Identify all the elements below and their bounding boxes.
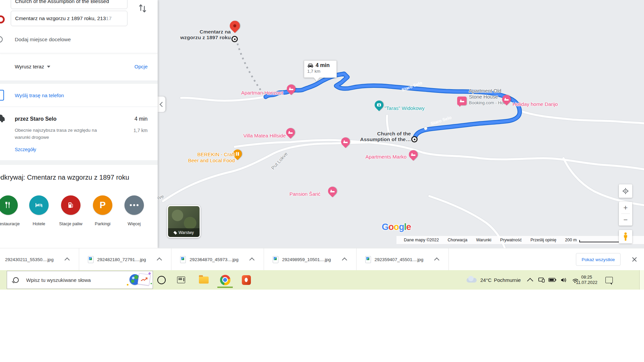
folder-icon [199,277,209,284]
walking-dashed-path [237,44,264,95]
weather-condition: Pochmurnie [494,277,521,283]
category-gas-stations[interactable]: Stacje paliw [55,195,86,226]
route-details-link[interactable]: Szczegóły [15,147,36,152]
route-time-tooltip[interactable]: 4 min 1,7 km [304,60,337,78]
my-location-icon [622,188,629,194]
category-more[interactable]: Więcej [119,195,150,226]
pegman-icon [623,232,628,241]
car-icon [307,63,314,68]
terms-link[interactable]: Warunki [476,238,491,242]
map-attribution-bar: Dane mapy ©2022 Chorwacja Warunki Prywat… [396,236,644,244]
image-file-icon [273,256,278,263]
swap-origin-destination-icon[interactable] [138,3,147,13]
download-item[interactable]: 292359407_45501....jpg [357,248,449,270]
action-center-button[interactable] [602,270,616,290]
apartments-marko-label[interactable]: Apartments Marko [356,154,407,160]
pansion-saric-label[interactable]: Pansion Šarić [289,191,321,197]
directions-panel: Church of the Assumption of the Blessed … [0,0,158,248]
options-button[interactable]: Opcje [135,64,148,69]
task-view-icon [177,277,185,283]
search-placeholder: Wpisz tu wyszukiwane słowa [26,277,91,283]
hotel-icon [35,201,43,209]
church-map-label[interactable]: Church of the Assumption of the… [359,131,411,142]
add-destination-button[interactable]: Dodaj miejsce docelowe [15,37,71,43]
download-menu-chevron-icon[interactable] [249,257,255,263]
taras-widokowy-label[interactable]: "Taras" Widokowy [384,105,425,111]
download-menu-chevron-icon[interactable] [157,257,162,263]
collapse-panel-button[interactable] [158,97,165,112]
taskbar-search-input[interactable]: Wpisz tu wyszukiwane słowa [7,271,153,289]
cast-tray-icon[interactable] [536,270,547,290]
origin-bullseye-icon[interactable] [411,136,418,142]
route-duration: 4 min [135,116,148,122]
google-logo[interactable]: Google [382,222,411,232]
villa-matea-label[interactable]: Villa Matea Hillside [235,133,286,138]
booking-hotel-badge-icon[interactable] [457,97,467,105]
berekin-label[interactable]: BEREKIN - Craft Beer and Local Food [171,152,235,164]
zoom-in-button[interactable]: + [619,202,632,214]
holiday-home-darijo-label[interactable]: Holiday home Darijo [513,101,558,107]
clock-date: 11.07.2022 [576,280,597,285]
weather-text[interactable]: 24°C Pochmurnie [480,270,521,290]
battery-tray-icon[interactable] [547,270,558,290]
destination-bullseye-icon[interactable] [231,36,238,42]
download-item[interactable]: 292498959_10501....jpg [264,248,356,270]
tooltip-distance: 1,7 km [307,69,333,74]
parking-icon: P [100,200,106,210]
chevron-up-icon [527,278,533,284]
send-to-phone-icon [0,90,4,101]
layers-button[interactable]: Warstwy [167,205,201,238]
my-location-button[interactable] [619,184,632,198]
more-icon [130,204,139,206]
category-parking[interactable]: P Parkingi [87,195,118,226]
destination-input[interactable]: Cmentarz na wzgorzu z 1897 roku, 21317 [11,11,127,26]
news-widget-icon[interactable] [129,274,150,285]
download-item[interactable]: 292430211_55350....jpg [0,248,79,270]
route-via-label[interactable]: przez Staro Selo [15,116,56,122]
pegman-button[interactable] [619,230,632,243]
destination-map-label[interactable]: Cmentarz na wzgorzu z 1897 roku [171,29,231,40]
map-canvas[interactable]: Staro Selo Staro Selo Put Lokve kve Cmen… [158,0,644,248]
hidden-icons-button[interactable] [524,270,536,290]
feedback-link[interactable]: Prześlij opinię [530,238,556,242]
notification-icon [605,277,613,283]
cortana-button[interactable] [154,270,168,290]
volume-tray-icon[interactable] [558,270,570,290]
office-button[interactable] [239,270,254,290]
category-shortcuts: Restauracje Hotele Stacje paliw P Parkin… [0,195,158,232]
cortana-icon [157,276,166,284]
destination-field-icon [0,15,5,23]
download-menu-chevron-icon[interactable] [342,257,347,263]
file-explorer-button[interactable] [196,270,211,290]
show-all-downloads-button[interactable]: Pokaż wszystkie [576,253,621,266]
leave-now-dropdown[interactable]: Wyrusz teraz [15,64,50,69]
cloud-icon [465,276,478,284]
privacy-link[interactable]: Prywatność [500,238,522,242]
weather-widget[interactable] [464,270,479,290]
taskbar-clock[interactable]: 08:25 11.07.2022 [572,270,601,290]
discover-heading: Odkrywaj: Cmentarz na wzgorzu z 1897 rok… [0,174,129,181]
driving-mode-icon [0,117,5,121]
show-desktop-button[interactable] [639,270,644,290]
image-file-icon [180,256,186,263]
route-description-line1: Obecnie najszybsza trasa ze względu na [15,128,97,133]
category-restaurants[interactable]: Restauracje [0,195,23,226]
apartman-horizont-label[interactable]: Apartman Horizont [241,90,283,96]
tooltip-duration: 4 min [316,62,330,68]
chrome-active-indicator [217,287,233,288]
close-downloads-bar-icon[interactable] [632,256,637,262]
download-item[interactable]: 292364870_45973....jpg [171,248,264,270]
zoom-out-button[interactable]: − [619,214,632,226]
task-view-button[interactable] [174,270,189,290]
chevron-down-icon [47,66,50,68]
send-route-to-phone-button[interactable]: Wyślij trasę na telefon [15,93,64,98]
download-menu-chevron-icon[interactable] [64,257,70,263]
origin-input[interactable]: Church of the Assumption of the Blessed [11,0,127,9]
category-hotels[interactable]: Hotele [23,195,54,226]
download-menu-chevron-icon[interactable] [434,257,440,263]
layers-icon [173,231,177,235]
layers-label: Warstwy [178,230,194,235]
map-country: Chorwacja [447,238,467,242]
gas-station-icon [67,201,74,209]
download-item[interactable]: 292482180_72791....jpg [79,248,171,270]
